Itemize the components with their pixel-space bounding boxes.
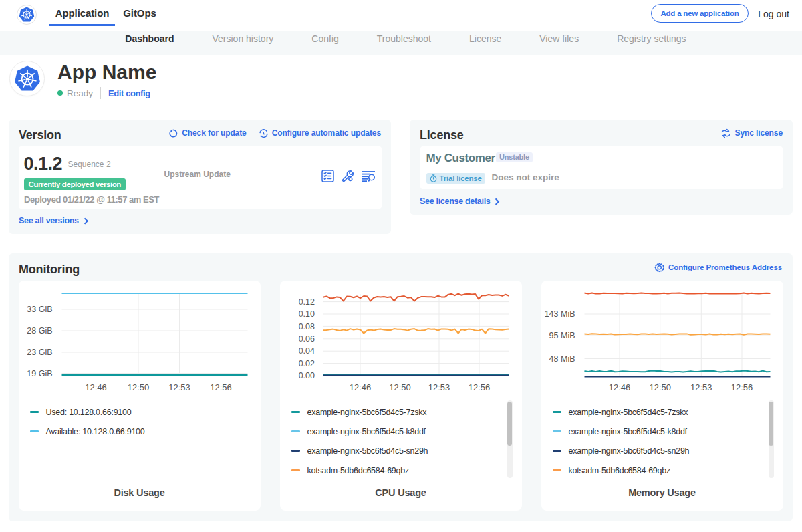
svg-text:12:50: 12:50 xyxy=(389,382,411,392)
svg-text:0.04: 0.04 xyxy=(298,346,314,356)
svg-text:48 MiB: 48 MiB xyxy=(549,354,575,364)
svg-text:12:46: 12:46 xyxy=(608,382,630,392)
svg-text:0.10: 0.10 xyxy=(298,309,314,319)
svg-text:12:50: 12:50 xyxy=(127,382,149,392)
svg-text:12:53: 12:53 xyxy=(428,382,450,392)
svg-text:95 MiB: 95 MiB xyxy=(549,331,575,340)
svg-text:0.08: 0.08 xyxy=(298,322,314,331)
svg-text:0.06: 0.06 xyxy=(298,334,314,344)
svg-text:12:50: 12:50 xyxy=(649,382,671,392)
svg-text:143 MiB: 143 MiB xyxy=(544,309,575,319)
svg-text:12:46: 12:46 xyxy=(349,382,371,392)
svg-text:0.00: 0.00 xyxy=(298,371,314,380)
svg-text:0.12: 0.12 xyxy=(298,297,314,307)
svg-text:0.02: 0.02 xyxy=(298,359,314,368)
svg-text:23 GiB: 23 GiB xyxy=(27,348,52,357)
svg-text:28 GiB: 28 GiB xyxy=(27,326,52,336)
svg-text:12:53: 12:53 xyxy=(690,382,712,392)
svg-text:12:53: 12:53 xyxy=(168,382,190,392)
svg-text:12:56: 12:56 xyxy=(468,382,490,392)
svg-text:33 GiB: 33 GiB xyxy=(27,305,52,314)
svg-text:19 GiB: 19 GiB xyxy=(27,369,52,378)
svg-text:12:56: 12:56 xyxy=(730,382,753,392)
svg-text:12:56: 12:56 xyxy=(210,382,232,392)
svg-text:12:46: 12:46 xyxy=(85,382,107,392)
